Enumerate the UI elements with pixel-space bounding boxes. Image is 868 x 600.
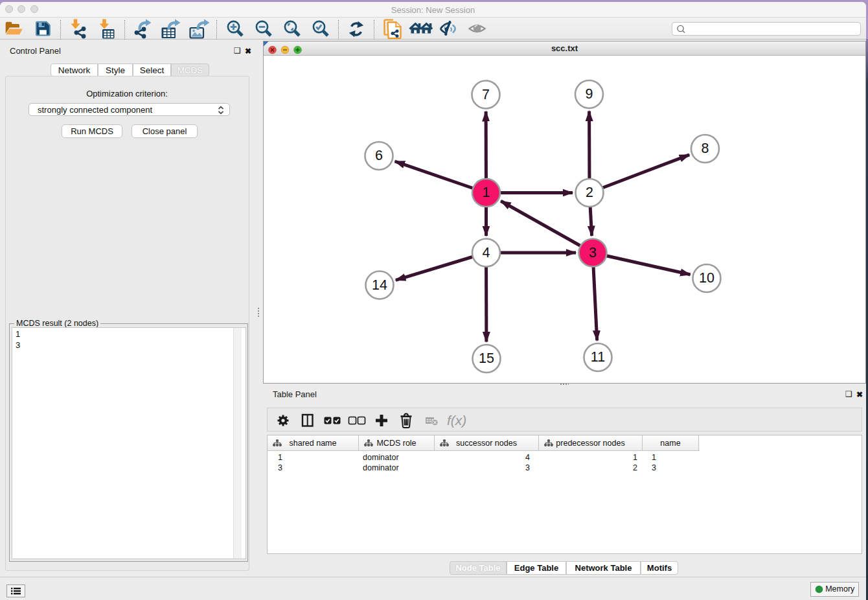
- svg-text:7: 7: [482, 87, 490, 102]
- svg-text:1: 1: [483, 185, 490, 200]
- svg-text:f(x): f(x): [447, 413, 466, 428]
- svg-text:3: 3: [589, 245, 597, 260]
- svg-text:2: 2: [586, 185, 593, 200]
- svg-text:10: 10: [699, 270, 714, 286]
- svg-text:9: 9: [586, 86, 593, 102]
- svg-text:14: 14: [372, 277, 387, 293]
- svg-text:15: 15: [479, 351, 494, 366]
- svg-text:8: 8: [702, 141, 709, 156]
- svg-text:6: 6: [375, 148, 383, 163]
- svg-text:4: 4: [483, 245, 490, 260]
- svg-text:11: 11: [591, 349, 605, 365]
